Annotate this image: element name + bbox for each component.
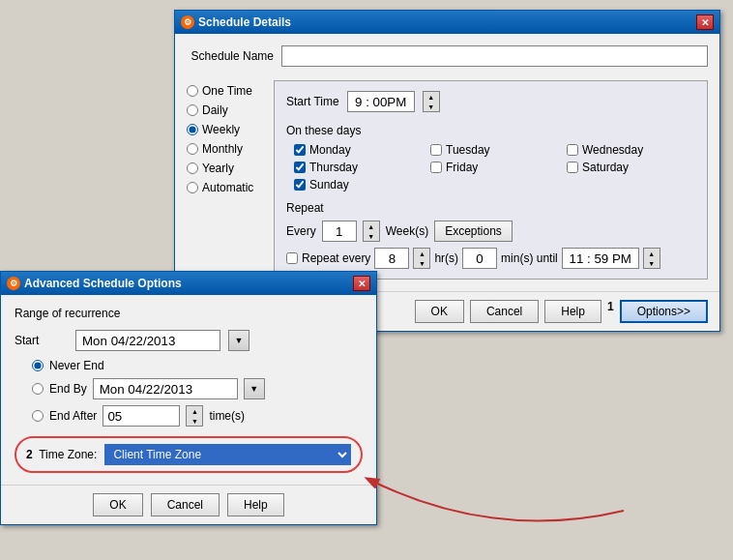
- end-by-date-input[interactable]: [93, 378, 238, 399]
- advanced-dialog: ⚙ Advanced Schedule Options ✕ Range of r…: [0, 271, 377, 525]
- until-spin-down[interactable]: ▼: [644, 258, 660, 268]
- radio-daily-input[interactable]: [187, 104, 198, 116]
- end-after-spinner[interactable]: ▲ ▼: [186, 405, 203, 427]
- timezone-select[interactable]: Client Time Zone: [104, 444, 351, 465]
- repeat-hr-spinner[interactable]: ▲ ▼: [413, 248, 430, 269]
- adv-title-bar: ⚙ Advanced Schedule Options ✕: [1, 272, 376, 295]
- hr-spin-down[interactable]: ▼: [414, 258, 429, 268]
- until-spin-up[interactable]: ▲: [644, 249, 660, 258]
- radio-monthly[interactable]: Monthly: [187, 142, 274, 156]
- day-monday[interactable]: Monday: [294, 143, 423, 157]
- start-time-spinner[interactable]: ▲ ▼: [423, 91, 440, 112]
- day-saturday[interactable]: Saturday: [567, 161, 695, 174]
- checkbox-thursday[interactable]: [294, 162, 306, 173]
- repeat-row: Every ▲ ▼ Week(s) Exceptions: [286, 221, 695, 242]
- adv-ok-button[interactable]: OK: [93, 493, 142, 516]
- start-date-dropdown-button[interactable]: ▼: [228, 330, 249, 351]
- start-row: Start ▼: [15, 330, 363, 351]
- timezone-label: 2 Time Zone:: [26, 448, 97, 461]
- radio-daily-label: Daily: [202, 103, 228, 117]
- start-date-input[interactable]: [75, 330, 220, 351]
- adv-dialog-body: Range of recurrence Start ▼ Never End En…: [1, 295, 376, 485]
- radio-one-time-label: One Time: [202, 84, 252, 98]
- radio-yearly-input[interactable]: [187, 162, 198, 174]
- end-after-label: End After: [49, 409, 97, 423]
- main-dialog-title: Schedule Details: [198, 15, 291, 29]
- end-after-spin-down[interactable]: ▼: [187, 416, 202, 426]
- every-spin-up[interactable]: ▲: [364, 221, 379, 231]
- until-time-input[interactable]: [562, 248, 639, 269]
- every-spinner[interactable]: ▲ ▼: [363, 221, 380, 242]
- title-bar-left: ⚙ Schedule Details: [181, 15, 291, 29]
- app-icon: ⚙: [181, 15, 194, 29]
- radio-weekly[interactable]: Weekly: [187, 123, 274, 136]
- options-number-badge: 1: [607, 300, 614, 323]
- start-time-input[interactable]: [347, 91, 415, 112]
- start-time-spin-up[interactable]: ▲: [424, 92, 439, 102]
- start-time-spin-down[interactable]: ▼: [424, 102, 439, 111]
- day-saturday-label: Saturday: [582, 161, 629, 174]
- day-wednesday[interactable]: Wednesday: [567, 143, 695, 157]
- every-value-input[interactable]: [322, 221, 357, 242]
- repeat-every-checkbox[interactable]: [286, 252, 298, 264]
- never-end-row[interactable]: Never End: [32, 359, 363, 372]
- radio-automatic[interactable]: Automatic: [187, 181, 274, 194]
- checkbox-wednesday[interactable]: [567, 144, 578, 156]
- schedule-name-row: Schedule Name: [187, 45, 708, 67]
- never-end-radio[interactable]: [32, 360, 44, 371]
- ok-button[interactable]: OK: [415, 300, 464, 323]
- repeat-every-row: Repeat every ▲ ▼ hr(s) min(s) until ▲ ▼: [286, 248, 695, 269]
- day-sunday[interactable]: Sunday: [294, 178, 423, 192]
- min-label: min(s) until: [501, 251, 558, 265]
- adv-dialog-title: Advanced Schedule Options: [24, 277, 182, 290]
- radio-one-time[interactable]: One Time: [187, 84, 274, 98]
- checkbox-monday[interactable]: [294, 144, 306, 156]
- checkbox-friday[interactable]: [430, 162, 442, 173]
- checkbox-sunday[interactable]: [294, 179, 306, 191]
- radio-daily[interactable]: Daily: [187, 103, 274, 117]
- help-button[interactable]: Help: [544, 300, 601, 323]
- schedule-name-label: Schedule Name: [187, 49, 274, 63]
- radio-weekly-input[interactable]: [187, 124, 198, 135]
- adv-title-bar-left: ⚙ Advanced Schedule Options: [7, 277, 182, 290]
- radio-automatic-label: Automatic: [202, 181, 253, 194]
- radio-yearly[interactable]: Yearly: [187, 162, 274, 175]
- radio-weekly-label: Weekly: [202, 123, 240, 136]
- adv-cancel-button[interactable]: Cancel: [151, 493, 220, 516]
- timezone-label-text: Time Zone:: [39, 448, 97, 461]
- schedule-name-input[interactable]: [281, 45, 708, 67]
- radio-automatic-input[interactable]: [187, 182, 198, 193]
- exceptions-button[interactable]: Exceptions: [434, 221, 513, 242]
- every-spin-down[interactable]: ▼: [364, 231, 379, 241]
- end-by-radio[interactable]: [32, 383, 44, 395]
- radio-monthly-label: Monthly: [202, 142, 243, 156]
- main-close-button[interactable]: ✕: [696, 15, 714, 30]
- timezone-section: 2 Time Zone: Client Time Zone: [15, 436, 363, 473]
- options-button[interactable]: Options>>: [620, 300, 708, 323]
- radio-monthly-input[interactable]: [187, 143, 198, 155]
- day-tuesday[interactable]: Tuesday: [430, 143, 559, 157]
- end-after-radio[interactable]: [32, 410, 44, 422]
- repeat-hr-input[interactable]: [374, 248, 409, 269]
- adv-dialog-footer: OK Cancel Help: [1, 485, 376, 524]
- checkbox-tuesday[interactable]: [430, 144, 442, 156]
- hr-spin-up[interactable]: ▲: [414, 249, 429, 258]
- end-after-value-input[interactable]: [103, 405, 180, 427]
- adv-help-button[interactable]: Help: [227, 493, 284, 516]
- every-label: Every: [286, 224, 316, 238]
- day-thursday[interactable]: Thursday: [294, 161, 423, 174]
- radio-one-time-input[interactable]: [187, 85, 198, 97]
- cancel-button[interactable]: Cancel: [470, 300, 539, 323]
- checkbox-saturday[interactable]: [567, 162, 578, 173]
- until-spinner[interactable]: ▲ ▼: [643, 248, 660, 269]
- main-dialog-body: Schedule Name One Time Daily Weekly: [175, 34, 719, 291]
- days-grid: Monday Tuesday Wednesday Thursday: [294, 143, 695, 192]
- adv-close-button[interactable]: ✕: [353, 276, 370, 291]
- end-by-dropdown-button[interactable]: ▼: [244, 378, 265, 399]
- day-sunday-label: Sunday: [309, 178, 349, 192]
- repeat-min-input[interactable]: [462, 248, 497, 269]
- repeat-every-label: Repeat every: [302, 251, 370, 265]
- end-after-spin-up[interactable]: ▲: [187, 406, 202, 416]
- adv-app-icon: ⚙: [7, 277, 20, 290]
- day-friday[interactable]: Friday: [430, 161, 559, 174]
